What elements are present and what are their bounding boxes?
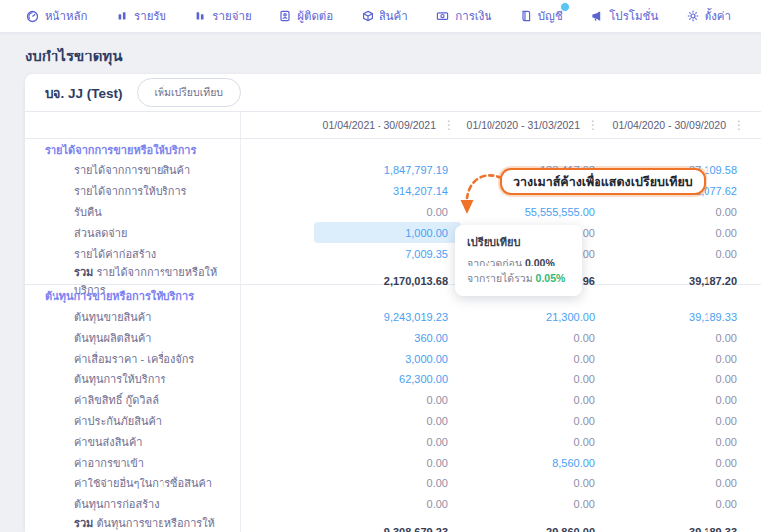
value-cell: 0.00: [604, 389, 761, 410]
contacts-icon: [279, 10, 291, 22]
value-cell: 0.00: [604, 493, 761, 514]
value-cell: 1,847,797.19: [240, 160, 461, 180]
amount-value[interactable]: 8,560.00: [552, 457, 595, 469]
table-row: ต้นทุนการให้บริการ62,300.000.000.00: [25, 369, 761, 389]
value-cell: 0.00: [604, 369, 761, 389]
nav-item-contacts[interactable]: ผู้ติดต่อ: [279, 7, 333, 25]
nav-item-label: รายจ่าย: [212, 7, 251, 25]
comparison-tooltip: เปรียบเทียบ จากงวดก่อน 0.00% จากรายได้รว…: [455, 225, 582, 296]
amount-value: 0.00: [716, 394, 737, 406]
value-cell: 39,187.20: [604, 264, 761, 299]
expense-bars-icon: [194, 10, 206, 22]
total-label: รวม ต้นทุนการขายหรือการให้บริการ: [25, 514, 240, 532]
kebab-menu-icon[interactable]: ⋮: [441, 119, 457, 131]
gear-icon: [687, 10, 699, 22]
nav-item-promotion[interactable]: โปรโมชั่น: [591, 7, 658, 25]
company-name: บจ. JJ (Test): [45, 82, 123, 104]
account-label: ค่าลิขสิทธิ์ กู๊ดวิลล์: [25, 391, 240, 409]
kebab-menu-icon[interactable]: ⋮: [585, 119, 600, 131]
tooltip-row: จากรายได้รวม 0.05%: [467, 270, 570, 286]
account-label: ต้นทุนขายสินค้า: [25, 308, 240, 326]
value-cell: 0.00: [240, 389, 461, 410]
hovered-cell-highlight[interactable]: 1,000.00: [314, 222, 461, 243]
table-header-row: 01/04/2021 - 30/09/2021 ⋮ 01/10/2020 - 3…: [25, 111, 761, 139]
amount-value: 29,860.00: [546, 526, 595, 532]
amount-value[interactable]: 9,243,019.23: [384, 311, 448, 323]
amount-value[interactable]: 1,000.00: [405, 227, 448, 239]
kebab-menu-icon[interactable]: ⋮: [731, 119, 747, 131]
report-table-body: รายได้จากการขายหรือให้บริการรายได้จากการ…: [25, 139, 761, 532]
value-cell: 0.00: [604, 348, 761, 369]
value-cell: 0.00: [461, 327, 604, 348]
nav-item-settings[interactable]: ตั้งค่า: [687, 7, 731, 25]
value-cell: 39,189.33: [604, 514, 761, 532]
amount-value: 0.00: [574, 394, 595, 406]
value-cell: 9,308,679.23: [240, 514, 461, 532]
nav-item-accounting[interactable]: บัญชี: [520, 7, 563, 25]
nav-item-label: หน้าหลัก: [45, 7, 88, 25]
period-column-header-3: 01/04/2020 - 30/09/2020 ⋮: [604, 112, 761, 138]
value-cell: 0.00: [461, 389, 604, 410]
nav-item-expense[interactable]: รายจ่าย: [194, 7, 251, 25]
value-cell: 0.00: [604, 473, 761, 493]
page-title: งบกำไรขาดทุน: [25, 45, 123, 68]
amount-value: 0.00: [427, 457, 448, 469]
table-row: ต้นทุนผลิตสินค้า360.000.000.00: [25, 327, 761, 348]
table-row: ค่าประกันภัยสินค้า0.000.000.00: [25, 410, 761, 431]
home-icon: [26, 10, 39, 23]
hover-hint-text: วางเมาส์ค้างเพื่อแสดงเปรียบเทียบ: [513, 172, 693, 192]
account-label: ต้นทุนการให้บริการ: [25, 371, 240, 388]
amount-value: 0.00: [574, 332, 595, 344]
amount-value: 0.00: [716, 353, 737, 365]
amount-value: 0.00: [574, 373, 595, 385]
value-cell: 0.00: [604, 410, 761, 431]
nav-item-products[interactable]: สินค้า: [362, 7, 408, 25]
account-label: ค่าขนส่งสินค้า: [25, 433, 240, 451]
account-label: รายได้จากการขายสินค้า: [25, 161, 240, 179]
section-total-row: รวม รายได้จากการขายหรือให้บริการ2,170,01…: [25, 264, 761, 284]
amount-value: 0.00: [716, 248, 737, 260]
value-cell: 29,860.00: [461, 514, 604, 532]
amount-value: 0.00: [716, 332, 737, 344]
account-label: ส่วนลดจ่าย: [25, 224, 240, 242]
section-header-row: รายได้จากการขายหรือให้บริการ: [25, 139, 761, 160]
amount-value[interactable]: 360.00: [414, 332, 448, 344]
amount-value[interactable]: 314,207.14: [393, 185, 448, 197]
value-cell: 8,560.00: [461, 452, 604, 473]
value-cell: 0.00: [461, 369, 604, 389]
amount-value: 0.00: [716, 478, 737, 489]
amount-value[interactable]: 39,189.33: [689, 311, 737, 323]
value-cell: 0.00: [461, 473, 604, 493]
account-label: ค่าเสื่อมราคา - เครื่องจักร: [25, 350, 240, 368]
amount-value: 0.00: [427, 415, 448, 427]
value-cell: 0.00: [240, 431, 461, 452]
nav-item-label: ตั้งค่า: [705, 7, 731, 25]
nav-item-income[interactable]: รายรับ: [116, 7, 166, 25]
value-cell: 39,189.33: [604, 306, 761, 327]
amount-value[interactable]: 21,300.00: [546, 311, 595, 323]
money-icon: [436, 10, 449, 22]
amount-value[interactable]: 55,555,555.00: [525, 206, 595, 218]
amount-value[interactable]: 1,847,797.19: [384, 164, 448, 176]
period-label: 01/10/2020 - 31/03/2021: [467, 119, 580, 131]
value-cell: 0.00: [461, 493, 604, 514]
amount-value[interactable]: 62,300.00: [399, 373, 448, 385]
nav-item-finance[interactable]: การเงิน: [436, 7, 491, 25]
amount-value: 39,187.20: [689, 275, 737, 287]
column-divider: [240, 285, 461, 306]
add-comparison-button[interactable]: เพิ่มเปรียบเทียบ: [137, 78, 241, 107]
column-divider: [240, 139, 461, 160]
amount-value: 0.00: [427, 436, 448, 448]
income-bars-icon: [116, 10, 128, 22]
nav-item-home[interactable]: หน้าหลัก: [26, 7, 88, 25]
product-box-icon: [362, 10, 374, 22]
nav-item-label: รายรับ: [134, 7, 166, 25]
tooltip-row: จากงวดก่อน 0.00%: [467, 255, 570, 270]
table-row: รับคืน0.0055,555,555.000.00: [25, 201, 761, 222]
amount-value[interactable]: 3,000.00: [405, 353, 448, 365]
account-label: รายได้ค่าก่อสร้าง: [25, 245, 240, 263]
amount-value: 0.00: [716, 415, 737, 427]
section-title: รายได้จากการขายหรือให้บริการ: [25, 141, 240, 159]
amount-value[interactable]: 7,009.35: [405, 248, 448, 260]
amount-value: 0.00: [427, 394, 448, 406]
